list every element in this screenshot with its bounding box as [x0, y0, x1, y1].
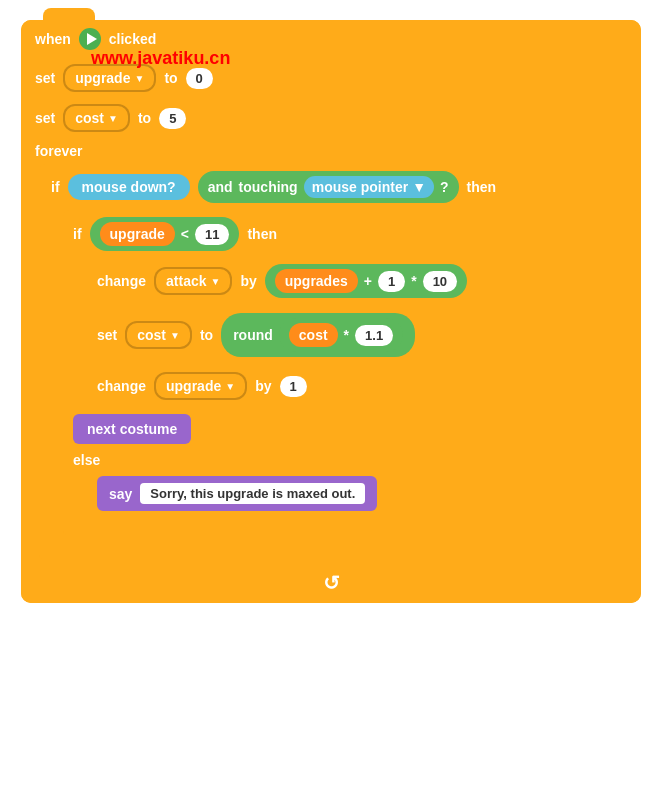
if-inner-footer — [63, 515, 641, 535]
and-touching-block[interactable]: and touching mouse pointer ▼ ? — [198, 171, 459, 203]
then-label-2: then — [247, 226, 277, 242]
dropdown-arrow-2: ▼ — [108, 113, 118, 124]
cost-times-block[interactable]: cost * 1.1 — [279, 318, 403, 352]
clicked-label: clicked — [109, 31, 156, 47]
cost-dropdown-1[interactable]: cost ▼ — [63, 104, 130, 132]
lt-op: < — [181, 226, 189, 242]
if-inner-block: if upgrade < 11 then — [63, 210, 641, 535]
forever-label: forever — [35, 143, 82, 159]
mouse-pointer-dropdown[interactable]: mouse pointer ▼ — [304, 176, 434, 198]
forever-block-header[interactable]: forever — [21, 138, 641, 164]
cost-var-2: cost — [137, 327, 166, 343]
one-val[interactable]: 1 — [378, 271, 405, 292]
upgrade-dropdown-2[interactable]: upgrade ▼ — [154, 372, 247, 400]
times-op-1: * — [411, 273, 416, 289]
dropdown-arrow-1: ▼ — [134, 73, 144, 84]
attack-var: attack — [166, 273, 206, 289]
say-text: Sorry, this upgrade is maxed out. — [150, 486, 355, 501]
else-label: else — [73, 452, 100, 468]
if-outer-footer — [39, 539, 641, 559]
upgrades-expr[interactable]: upgrades + 1 * 10 — [265, 264, 467, 298]
when-label: when — [35, 31, 71, 47]
change1-by: by — [240, 273, 256, 289]
if-outer-header[interactable]: if mouse down? and touching mouse pointe… — [39, 164, 641, 210]
cost-value[interactable]: 5 — [159, 108, 186, 129]
mouse-down-label: mouse down? — [82, 179, 176, 195]
if-inner-content: change attack ▼ by upgrades — [87, 258, 641, 410]
cost-var-1: cost — [75, 110, 104, 126]
flag-icon — [79, 28, 101, 50]
if-inner-header[interactable]: if upgrade < 11 then — [63, 210, 641, 258]
round-label: round — [233, 327, 273, 343]
dropdown-arrow-6: ▼ — [225, 381, 235, 392]
change2-val[interactable]: 1 — [280, 376, 307, 397]
if-outer-inner: if upgrade < 11 then — [63, 210, 641, 539]
eleven-value[interactable]: 11 — [195, 224, 229, 245]
dropdown-arrow-5: ▼ — [170, 330, 180, 341]
say-keyword: say — [109, 486, 132, 502]
change-attack-block[interactable]: change attack ▼ by upgrades — [87, 258, 641, 304]
set-cost-block[interactable]: set cost ▼ to 5 — [21, 98, 641, 138]
set3-to: to — [200, 327, 213, 343]
say-row: say Sorry, this upgrade is maxed out. — [87, 472, 641, 515]
mouse-pointer-label: mouse pointer — [312, 179, 408, 195]
round-block[interactable]: round cost * 1.1 — [221, 313, 415, 357]
change2-by: by — [255, 378, 271, 394]
attack-dropdown[interactable]: attack ▼ — [154, 267, 232, 295]
bottom-footer: ↺ — [21, 563, 641, 603]
if1-keyword: if — [51, 179, 60, 195]
dropdown-arrow-4: ▼ — [210, 276, 220, 287]
upgrades-var[interactable]: upgrades — [275, 269, 358, 293]
set1-to: to — [164, 70, 177, 86]
question-mark: ? — [440, 179, 449, 195]
say-text-value[interactable]: Sorry, this upgrade is maxed out. — [140, 483, 365, 504]
times-op-2: * — [344, 327, 349, 343]
plus-op: + — [364, 273, 372, 289]
cost-dropdown-2[interactable]: cost ▼ — [125, 321, 192, 349]
set2-keyword: set — [35, 110, 55, 126]
then-label-1: then — [467, 179, 497, 195]
forever-inner: if mouse down? and touching mouse pointe… — [39, 164, 641, 563]
set3-keyword: set — [97, 327, 117, 343]
next-costume-label: next costume — [87, 421, 177, 437]
set-cost-round-block[interactable]: set cost ▼ to round — [87, 307, 641, 363]
say-block[interactable]: say Sorry, this upgrade is maxed out. — [97, 476, 377, 511]
if-outer-block: if mouse down? and touching mouse pointe… — [39, 164, 641, 559]
1-1-val[interactable]: 1.1 — [355, 325, 393, 346]
set1-keyword: set — [35, 70, 55, 86]
else-section: else — [63, 448, 641, 472]
ten-val[interactable]: 10 — [423, 271, 457, 292]
upgrade-var-2[interactable]: upgrade — [100, 222, 175, 246]
set2-to: to — [138, 110, 151, 126]
next-costume-block[interactable]: next costume — [73, 414, 191, 444]
dropdown-arrow-3: ▼ — [412, 179, 426, 195]
upgrade-var-3: upgrade — [166, 378, 221, 394]
cost-var-3[interactable]: cost — [289, 323, 338, 347]
upgrade-lt-11[interactable]: upgrade < 11 — [90, 217, 240, 251]
upgrade-value[interactable]: 0 — [186, 68, 213, 89]
refresh-arrow-icon: ↺ — [323, 571, 340, 595]
change-upgrade-block[interactable]: change upgrade ▼ by 1 — [87, 366, 641, 406]
touching-label: touching — [239, 179, 298, 195]
change1-keyword: change — [97, 273, 146, 289]
and-label: and — [208, 179, 233, 195]
mouse-down-block[interactable]: mouse down? — [68, 174, 190, 200]
main-block-container: when clicked set upgrade ▼ to 0 set co — [21, 20, 641, 603]
upgrade-var: upgrade — [75, 70, 130, 86]
watermark-logo: www.javatiku.cn — [91, 48, 230, 69]
change2-keyword: change — [97, 378, 146, 394]
next-costume-row: next costume — [63, 410, 641, 448]
if2-keyword: if — [73, 226, 82, 242]
